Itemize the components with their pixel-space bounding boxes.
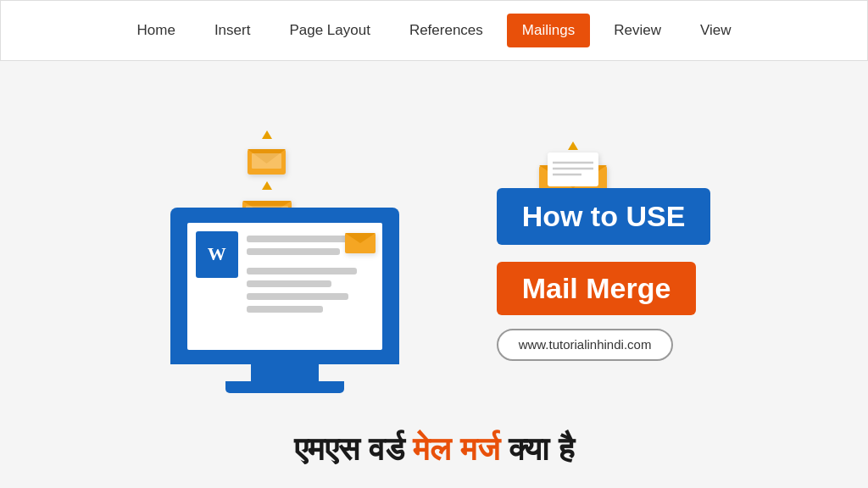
nav-home[interactable]: Home	[122, 14, 191, 47]
doc-line	[247, 248, 340, 255]
monitor-screen: W	[170, 208, 399, 364]
website-box: www.tutorialinhindi.com	[497, 329, 674, 361]
how-to-text: How to USE	[522, 200, 686, 232]
doc-line	[247, 306, 323, 313]
doc-line	[247, 268, 357, 274]
nav-view[interactable]: View	[685, 14, 747, 47]
doc-line	[247, 236, 357, 242]
how-to-box: How to USE	[497, 188, 711, 245]
bottom-section: एमएस वर्ड मेल मर्ज क्या है	[0, 412, 868, 488]
navbar: Home Insert Page Layout References Maili…	[0, 0, 868, 61]
nav-page-layout[interactable]: Page Layout	[274, 14, 385, 47]
doc-line	[247, 293, 348, 300]
envelope-small-1	[248, 145, 286, 175]
monitor: W	[170, 208, 399, 393]
nav-insert[interactable]: Insert	[199, 14, 266, 47]
nav-references[interactable]: References	[394, 14, 498, 47]
hindi-part-2: क्या है	[509, 431, 574, 467]
nav-review[interactable]: Review	[598, 14, 676, 47]
monitor-base	[225, 381, 344, 393]
monitor-inner: W	[187, 223, 382, 350]
monitor-stand	[251, 364, 319, 381]
mail-merge-box: Mail Merge	[497, 262, 697, 315]
svg-rect-2	[252, 153, 281, 169]
word-icon: W	[196, 231, 238, 278]
mini-envelope	[345, 230, 376, 257]
nav-mailings[interactable]: Mailings	[507, 14, 590, 47]
arrow-icon-1	[262, 130, 272, 139]
arrow-icon-2	[262, 181, 272, 190]
mail-merge-text: Mail Merge	[522, 272, 671, 304]
illustration-side: W	[158, 130, 446, 419]
arrow-icon-3	[568, 141, 578, 150]
website-url: www.tutorialinhindi.com	[519, 337, 652, 352]
doc-line	[247, 280, 331, 287]
hindi-text: एमएस वर्ड मेल मर्ज क्या है	[294, 431, 574, 469]
text-side: How to USE Mail Merge www.tutorialinhind…	[497, 188, 711, 361]
hindi-part-1: एमएस वर्ड	[294, 431, 404, 467]
hindi-highlight: मेल मर्ज	[413, 431, 500, 467]
